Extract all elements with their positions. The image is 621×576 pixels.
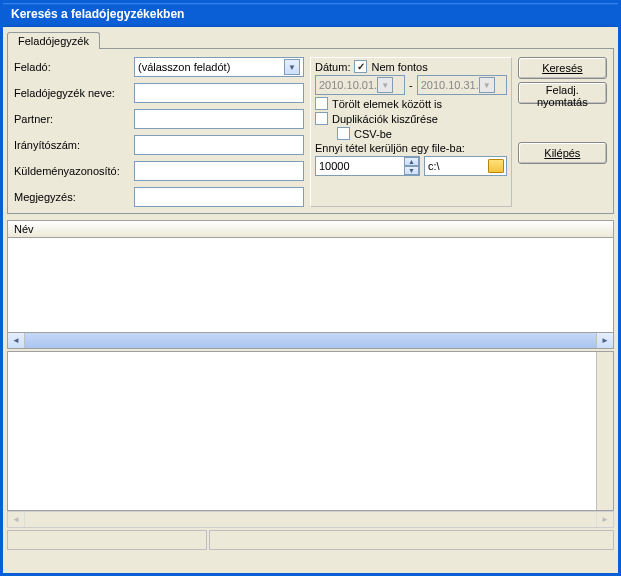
status-cell-1 bbox=[7, 530, 207, 550]
row-datum: Dátum: Nem fontos bbox=[315, 60, 507, 73]
date-to[interactable]: 2010.10.31. ▼ bbox=[417, 75, 507, 95]
client-area: Feladójegyzék Feladó: (válasszon feladót… bbox=[3, 27, 618, 573]
chk-nemfontos[interactable] bbox=[354, 60, 367, 73]
date-to-text: 2010.10.31. bbox=[421, 79, 479, 91]
detail-vscroll[interactable] bbox=[596, 352, 613, 510]
mid-options: Dátum: Nem fontos 2010.10.01. ▼ - 2010.1… bbox=[310, 57, 512, 207]
irsz-input[interactable] bbox=[134, 135, 304, 155]
fjn-input[interactable] bbox=[134, 83, 304, 103]
grid-hscroll[interactable]: ◄ ► bbox=[7, 332, 614, 349]
window-title: Keresés a feladójegyzékekben bbox=[11, 7, 184, 21]
label-csv: CSV-be bbox=[354, 128, 392, 140]
chk-csv[interactable] bbox=[337, 127, 350, 140]
button-spacer bbox=[518, 107, 607, 139]
grid-body[interactable] bbox=[7, 238, 614, 332]
scroll-left-icon[interactable]: ◄ bbox=[8, 333, 25, 348]
row-file: 10000 ▲ ▼ c:\ bbox=[315, 156, 507, 176]
megj-input[interactable] bbox=[134, 187, 304, 207]
row-torolt: Törölt elemek között is bbox=[315, 97, 507, 110]
label-megj: Megjegyzés: bbox=[14, 191, 124, 203]
label-fjn: Feladójegyzék neve: bbox=[14, 87, 124, 99]
kilepes-button[interactable]: Kilépés bbox=[518, 142, 607, 164]
spin-buttons[interactable]: ▲ ▼ bbox=[404, 157, 419, 175]
kereses-button[interactable]: Keresés bbox=[518, 57, 607, 79]
detail-pane[interactable] bbox=[7, 351, 614, 511]
left-fields: Feladó: (válasszon feladót) ▼ Feladójegy… bbox=[14, 57, 304, 207]
path-text: c:\ bbox=[428, 160, 440, 172]
spin-down-icon[interactable]: ▼ bbox=[404, 166, 419, 175]
felado-combo[interactable]: (válasszon feladót) ▼ bbox=[134, 57, 304, 77]
row-csv: CSV-be bbox=[315, 127, 507, 140]
spin-value: 10000 bbox=[319, 160, 350, 172]
felado-combo-text: (válasszon feladót) bbox=[138, 61, 230, 73]
titlebar: Keresés a feladójegyzékekben bbox=[3, 3, 618, 27]
date-sep: - bbox=[409, 79, 413, 91]
scroll-right-icon[interactable]: ► bbox=[596, 333, 613, 348]
label-felado: Feladó: bbox=[14, 61, 124, 73]
label-nemfontos: Nem fontos bbox=[371, 61, 427, 73]
statusbar bbox=[7, 530, 614, 550]
chevron-down-icon: ▼ bbox=[479, 77, 495, 93]
scroll-left-icon[interactable]: ◄ bbox=[8, 512, 25, 527]
label-irsz: Irányítószám: bbox=[14, 139, 124, 151]
label-ennyi: Ennyi tétel kerüljön egy file-ba: bbox=[315, 142, 507, 154]
chevron-down-icon: ▼ bbox=[377, 77, 393, 93]
nyomtatas-button[interactable]: Feladj. nyomtatás bbox=[518, 82, 607, 104]
chk-torolt[interactable] bbox=[315, 97, 328, 110]
row-dup: Duplikációk kiszűrése bbox=[315, 112, 507, 125]
label-kuld: Küldeményazonosító: bbox=[14, 165, 124, 177]
path-input[interactable]: c:\ bbox=[424, 156, 507, 176]
folder-icon[interactable] bbox=[488, 159, 504, 173]
label-torolt: Törölt elemek között is bbox=[332, 98, 442, 110]
scroll-track[interactable] bbox=[25, 512, 596, 527]
kuld-input[interactable] bbox=[134, 161, 304, 181]
search-panel: Feladó: (válasszon feladót) ▼ Feladójegy… bbox=[7, 48, 614, 214]
detail-hscroll[interactable]: ◄ ► bbox=[7, 511, 614, 528]
label-datum: Dátum: bbox=[315, 61, 350, 73]
spin-up-icon[interactable]: ▲ bbox=[404, 157, 419, 166]
row-dates: 2010.10.01. ▼ - 2010.10.31. ▼ bbox=[315, 75, 507, 95]
chevron-down-icon[interactable]: ▼ bbox=[284, 59, 300, 75]
status-cell-2 bbox=[209, 530, 614, 550]
grid-col-nev[interactable]: Név bbox=[7, 220, 614, 238]
spin-count[interactable]: 10000 ▲ ▼ bbox=[315, 156, 420, 176]
right-buttons: Keresés Feladj. nyomtatás Kilépés bbox=[518, 57, 607, 207]
date-from-text: 2010.10.01. bbox=[319, 79, 377, 91]
date-from[interactable]: 2010.10.01. ▼ bbox=[315, 75, 405, 95]
label-dup: Duplikációk kiszűrése bbox=[332, 113, 438, 125]
chk-dup[interactable] bbox=[315, 112, 328, 125]
scroll-right-icon[interactable]: ► bbox=[596, 512, 613, 527]
app-window: Keresés a feladójegyzékekben Feladójegyz… bbox=[0, 0, 621, 576]
results-grid: Név ◄ ► bbox=[7, 220, 614, 349]
scroll-track[interactable] bbox=[25, 333, 596, 348]
label-partner: Partner: bbox=[14, 113, 124, 125]
partner-input[interactable] bbox=[134, 109, 304, 129]
tab-feladojegyzek[interactable]: Feladójegyzék bbox=[7, 32, 100, 49]
tabstrip: Feladójegyzék bbox=[3, 27, 618, 48]
